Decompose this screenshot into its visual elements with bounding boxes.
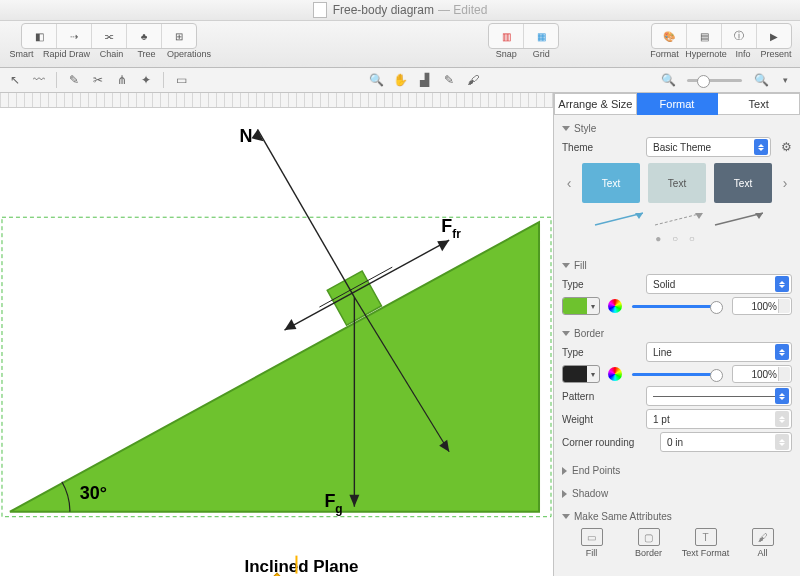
snap-button[interactable]: ▥: [489, 24, 524, 48]
border-color-well[interactable]: ▾: [562, 365, 600, 383]
snap-grid-group: ▥ ▦: [488, 23, 559, 49]
shadow-section: Shadow: [554, 480, 800, 503]
tab-text[interactable]: Text: [718, 93, 800, 115]
border-opacity-value[interactable]: 100%: [732, 365, 792, 383]
style-pager[interactable]: ● ○ ○: [562, 233, 792, 244]
make-same-all[interactable]: 🖌All: [737, 528, 788, 558]
inspector-group: 🎨 ▤ ⓘ ▶: [651, 23, 792, 49]
svg-marker-14: [695, 213, 703, 219]
eyedrop-tool[interactable]: ✎: [63, 71, 85, 89]
stamp-tool[interactable]: ▟: [414, 71, 436, 89]
format-label: Format: [647, 49, 682, 59]
shadow-header[interactable]: Shadow: [562, 488, 792, 499]
style-section: Style Theme Basic Theme ⚙ ‹ Text Text Te…: [554, 115, 800, 252]
corner-combo[interactable]: 0 in: [660, 432, 792, 452]
theme-swatch-2[interactable]: Text: [648, 163, 706, 203]
make-same-section: Make Same Attributes ▭Fill ▢Border TText…: [554, 503, 800, 568]
inspector-tabs: Arrange & Size Format Text: [554, 93, 800, 115]
zoom-in-icon[interactable]: 🔍: [750, 71, 772, 89]
fill-type-combo[interactable]: Solid: [646, 274, 792, 294]
zoom-slider[interactable]: [687, 79, 742, 82]
arrow-style-2[interactable]: [651, 209, 703, 229]
document-icon: [313, 2, 327, 18]
svg-line-13: [655, 213, 703, 225]
make-same-border[interactable]: ▢Border: [623, 528, 674, 558]
fill-opacity-value[interactable]: 100%: [732, 297, 792, 315]
svg-marker-16: [755, 213, 763, 219]
info-button[interactable]: ⓘ: [722, 24, 757, 48]
lasso-tool[interactable]: 〰: [28, 71, 50, 89]
weight-label: Weight: [562, 414, 640, 425]
pan-tool[interactable]: ✋: [390, 71, 412, 89]
tree-button[interactable]: ♣: [127, 24, 162, 48]
snap-label: Snap: [489, 49, 524, 59]
make-same-header[interactable]: Make Same Attributes: [562, 511, 792, 522]
present-button[interactable]: ▶: [757, 24, 791, 48]
hypernote-button[interactable]: ▤: [687, 24, 722, 48]
rapid-draw-button[interactable]: ⇢: [57, 24, 92, 48]
format-button[interactable]: 🎨: [652, 24, 687, 48]
smart-label: Smart: [4, 49, 39, 59]
inclined-plane-shape[interactable]: [10, 222, 539, 511]
document-title: Free-body diagram: [333, 3, 434, 17]
canvas-area[interactable]: 30° N Ffr Fg: [0, 93, 553, 576]
fill-color-well[interactable]: ▾: [562, 297, 600, 315]
operations-button[interactable]: ⊞: [162, 24, 196, 48]
border-opacity-slider[interactable]: [632, 373, 722, 376]
brush-tool[interactable]: 🖌: [462, 71, 484, 89]
fill-type-label: Type: [562, 279, 640, 290]
magic-tool[interactable]: ✦: [135, 71, 157, 89]
border-header[interactable]: Border: [562, 328, 792, 339]
swatch-prev[interactable]: ‹: [564, 175, 574, 191]
operations-label: Operations: [164, 49, 214, 59]
gear-icon[interactable]: ⚙: [781, 140, 792, 154]
zoom-tool[interactable]: 🔍: [366, 71, 388, 89]
fill-opacity-slider[interactable]: [632, 305, 722, 308]
crop-tool[interactable]: ✂: [87, 71, 109, 89]
border-color-wheel-icon[interactable]: [608, 367, 622, 381]
smart-button[interactable]: ◧: [22, 24, 57, 48]
picker-tool[interactable]: ✎: [438, 71, 460, 89]
pointer-tool[interactable]: ↖: [4, 71, 26, 89]
border-type-label: Type: [562, 347, 640, 358]
inspector-panel: Arrange & Size Format Text Style Theme B…: [553, 93, 800, 576]
tree-label: Tree: [129, 49, 164, 59]
drawing-canvas[interactable]: 30° N Ffr Fg: [0, 107, 553, 576]
info-label: Info: [730, 49, 756, 59]
pattern-combo[interactable]: [646, 386, 792, 406]
diagram-svg: 30° N Ffr Fg: [0, 107, 553, 576]
swatch-next[interactable]: ›: [780, 175, 790, 191]
chain-button[interactable]: ⫘: [92, 24, 127, 48]
force-n-arrow[interactable]: [252, 129, 355, 297]
theme-label: Theme: [562, 142, 640, 153]
node-tool[interactable]: ⋔: [111, 71, 133, 89]
border-section: Border Type Line ▾ 100% Pattern: [554, 320, 800, 457]
theme-combo[interactable]: Basic Theme: [646, 137, 771, 157]
zoom-out-icon[interactable]: 🔍: [657, 71, 679, 89]
tab-arrange[interactable]: Arrange & Size: [554, 93, 637, 115]
edited-indicator: — Edited: [438, 3, 487, 17]
rapid-draw-label: Rapid Draw: [39, 49, 94, 59]
grid-button[interactable]: ▦: [524, 24, 558, 48]
style-header[interactable]: Style: [562, 123, 792, 134]
tab-format[interactable]: Format: [637, 93, 719, 115]
fill-header[interactable]: Fill: [562, 260, 792, 271]
zoom-dropdown[interactable]: ▾: [774, 71, 796, 89]
grid-label: Grid: [524, 49, 559, 59]
endpoints-header[interactable]: End Points: [562, 465, 792, 476]
make-same-text[interactable]: TText Format: [680, 528, 731, 558]
border-type-combo[interactable]: Line: [646, 342, 792, 362]
tool-strip: ↖ 〰 ✎ ✂ ⋔ ✦ ▭ 🔍 ✋ ▟ ✎ 🖌 🔍 🔍 ▾: [0, 68, 800, 93]
arrow-style-3[interactable]: [711, 209, 763, 229]
theme-swatch-3[interactable]: Text: [714, 163, 772, 203]
caption-text[interactable]: Inclined Plane: [245, 557, 359, 576]
weight-combo[interactable]: 1 pt: [646, 409, 792, 429]
color-wheel-icon[interactable]: [608, 299, 622, 313]
text-cursor: [295, 556, 297, 574]
shape-tool[interactable]: ▭: [170, 71, 192, 89]
corner-label: Corner rounding: [562, 437, 654, 448]
make-same-fill[interactable]: ▭Fill: [566, 528, 617, 558]
theme-swatch-1[interactable]: Text: [582, 163, 640, 203]
main-toolbar: ◧ ⇢ ⫘ ♣ ⊞ Smart Rapid Draw Chain Tree Op…: [0, 21, 800, 68]
arrow-style-1[interactable]: [591, 209, 643, 229]
